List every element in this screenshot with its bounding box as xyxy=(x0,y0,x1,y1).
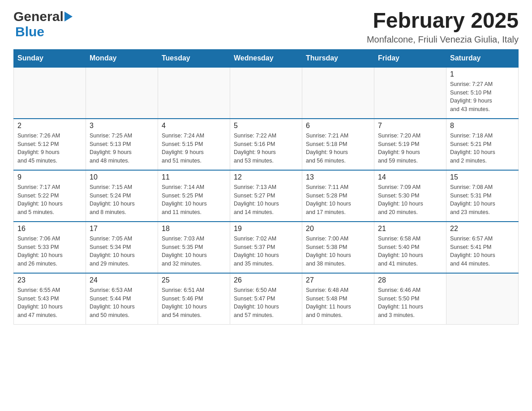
day-number: 13 xyxy=(306,173,370,181)
day-info: Sunrise: 7:18 AM Sunset: 5:21 PM Dayligh… xyxy=(450,132,515,165)
calendar-cell: 19Sunrise: 7:02 AM Sunset: 5:37 PM Dayli… xyxy=(230,222,302,273)
logo-arrow-icon xyxy=(64,12,73,21)
calendar-cell xyxy=(86,67,158,119)
day-info: Sunrise: 7:03 AM Sunset: 5:35 PM Dayligh… xyxy=(162,235,226,268)
day-number: 5 xyxy=(234,122,298,130)
day-number: 24 xyxy=(90,276,154,284)
day-info: Sunrise: 7:15 AM Sunset: 5:24 PM Dayligh… xyxy=(90,183,154,217)
calendar-cell: 15Sunrise: 7:08 AM Sunset: 5:31 PM Dayli… xyxy=(446,170,519,222)
day-number: 23 xyxy=(17,276,82,284)
calendar-cell: 17Sunrise: 7:05 AM Sunset: 5:34 PM Dayli… xyxy=(86,222,158,273)
calendar-cell: 25Sunrise: 6:51 AM Sunset: 5:46 PM Dayli… xyxy=(158,273,230,325)
calendar-cell: 22Sunrise: 6:57 AM Sunset: 5:41 PM Dayli… xyxy=(446,222,519,273)
day-info: Sunrise: 7:13 AM Sunset: 5:27 PM Dayligh… xyxy=(234,183,298,217)
calendar-cell: 28Sunrise: 6:46 AM Sunset: 5:50 PM Dayli… xyxy=(374,273,446,325)
day-info: Sunrise: 6:50 AM Sunset: 5:47 PM Dayligh… xyxy=(234,286,298,320)
day-info: Sunrise: 6:58 AM Sunset: 5:40 PM Dayligh… xyxy=(378,235,442,268)
day-info: Sunrise: 7:26 AM Sunset: 5:12 PM Dayligh… xyxy=(17,132,82,165)
calendar-cell: 4Sunrise: 7:24 AM Sunset: 5:15 PM Daylig… xyxy=(158,119,230,170)
calendar-cell: 27Sunrise: 6:48 AM Sunset: 5:48 PM Dayli… xyxy=(302,273,374,325)
day-number: 9 xyxy=(17,173,82,181)
weekday-header-thursday: Thursday xyxy=(302,49,374,67)
weekday-header-sunday: Sunday xyxy=(14,49,86,67)
day-number: 11 xyxy=(162,173,226,181)
day-number: 16 xyxy=(17,225,82,233)
day-number: 2 xyxy=(17,122,82,130)
day-number: 12 xyxy=(234,173,298,181)
calendar-week-4: 16Sunrise: 7:06 AM Sunset: 5:33 PM Dayli… xyxy=(14,222,519,273)
calendar-cell xyxy=(14,67,86,119)
day-info: Sunrise: 6:48 AM Sunset: 5:48 PM Dayligh… xyxy=(306,286,370,320)
day-number: 26 xyxy=(234,276,298,284)
logo-general-text: General xyxy=(13,9,64,24)
calendar-body: 1Sunrise: 7:27 AM Sunset: 5:10 PM Daylig… xyxy=(14,67,519,325)
weekday-header-saturday: Saturday xyxy=(446,49,519,67)
calendar-cell: 8Sunrise: 7:18 AM Sunset: 5:21 PM Daylig… xyxy=(446,119,519,170)
day-info: Sunrise: 7:14 AM Sunset: 5:25 PM Dayligh… xyxy=(162,183,226,217)
calendar-cell xyxy=(230,67,302,119)
calendar-cell: 3Sunrise: 7:25 AM Sunset: 5:13 PM Daylig… xyxy=(86,119,158,170)
day-info: Sunrise: 7:21 AM Sunset: 5:18 PM Dayligh… xyxy=(306,132,370,165)
calendar-cell: 5Sunrise: 7:22 AM Sunset: 5:16 PM Daylig… xyxy=(230,119,302,170)
calendar-week-2: 2Sunrise: 7:26 AM Sunset: 5:12 PM Daylig… xyxy=(14,119,519,170)
day-info: Sunrise: 6:57 AM Sunset: 5:41 PM Dayligh… xyxy=(450,235,515,268)
calendar-week-5: 23Sunrise: 6:55 AM Sunset: 5:43 PM Dayli… xyxy=(14,273,519,325)
calendar-header: SundayMondayTuesdayWednesdayThursdayFrid… xyxy=(14,49,519,67)
calendar-week-1: 1Sunrise: 7:27 AM Sunset: 5:10 PM Daylig… xyxy=(14,67,519,119)
calendar-cell: 6Sunrise: 7:21 AM Sunset: 5:18 PM Daylig… xyxy=(302,119,374,170)
weekday-header-monday: Monday xyxy=(86,49,158,67)
calendar-cell: 26Sunrise: 6:50 AM Sunset: 5:47 PM Dayli… xyxy=(230,273,302,325)
day-number: 3 xyxy=(90,122,154,130)
day-number: 17 xyxy=(90,225,154,233)
day-number: 6 xyxy=(306,122,370,130)
day-number: 14 xyxy=(378,173,442,181)
day-info: Sunrise: 7:24 AM Sunset: 5:15 PM Dayligh… xyxy=(162,132,226,165)
day-number: 27 xyxy=(306,276,370,284)
day-info: Sunrise: 7:11 AM Sunset: 5:28 PM Dayligh… xyxy=(306,183,370,217)
day-number: 22 xyxy=(450,225,515,233)
day-number: 18 xyxy=(162,225,226,233)
day-number: 7 xyxy=(378,122,442,130)
day-info: Sunrise: 7:06 AM Sunset: 5:33 PM Dayligh… xyxy=(17,235,82,268)
weekday-row: SundayMondayTuesdayWednesdayThursdayFrid… xyxy=(14,49,519,67)
calendar-table: SundayMondayTuesdayWednesdayThursdayFrid… xyxy=(13,49,519,325)
calendar-cell xyxy=(158,67,230,119)
day-info: Sunrise: 6:46 AM Sunset: 5:50 PM Dayligh… xyxy=(378,286,442,320)
calendar-cell: 7Sunrise: 7:20 AM Sunset: 5:19 PM Daylig… xyxy=(374,119,446,170)
calendar-cell: 11Sunrise: 7:14 AM Sunset: 5:25 PM Dayli… xyxy=(158,170,230,222)
day-info: Sunrise: 7:05 AM Sunset: 5:34 PM Dayligh… xyxy=(90,235,154,268)
day-info: Sunrise: 7:22 AM Sunset: 5:16 PM Dayligh… xyxy=(234,132,298,165)
day-info: Sunrise: 7:02 AM Sunset: 5:37 PM Dayligh… xyxy=(234,235,298,268)
calendar-cell: 2Sunrise: 7:26 AM Sunset: 5:12 PM Daylig… xyxy=(14,119,86,170)
day-number: 15 xyxy=(450,173,515,181)
day-number: 19 xyxy=(234,225,298,233)
day-info: Sunrise: 6:55 AM Sunset: 5:43 PM Dayligh… xyxy=(17,286,82,320)
day-info: Sunrise: 7:27 AM Sunset: 5:10 PM Dayligh… xyxy=(450,80,515,114)
day-number: 28 xyxy=(378,276,442,284)
calendar-cell: 14Sunrise: 7:09 AM Sunset: 5:30 PM Dayli… xyxy=(374,170,446,222)
calendar-cell: 20Sunrise: 7:00 AM Sunset: 5:38 PM Dayli… xyxy=(302,222,374,273)
day-info: Sunrise: 7:25 AM Sunset: 5:13 PM Dayligh… xyxy=(90,132,154,165)
calendar-cell: 21Sunrise: 6:58 AM Sunset: 5:40 PM Dayli… xyxy=(374,222,446,273)
month-title: February 2025 xyxy=(367,9,519,33)
calendar-week-3: 9Sunrise: 7:17 AM Sunset: 5:22 PM Daylig… xyxy=(14,170,519,222)
calendar-cell: 10Sunrise: 7:15 AM Sunset: 5:24 PM Dayli… xyxy=(86,170,158,222)
day-number: 25 xyxy=(162,276,226,284)
day-info: Sunrise: 7:20 AM Sunset: 5:19 PM Dayligh… xyxy=(378,132,442,165)
day-info: Sunrise: 6:51 AM Sunset: 5:46 PM Dayligh… xyxy=(162,286,226,320)
svg-marker-0 xyxy=(64,12,73,21)
page-header: General Blue February 2025 Monfalcone, F… xyxy=(13,9,519,45)
weekday-header-tuesday: Tuesday xyxy=(158,49,230,67)
calendar-cell: 1Sunrise: 7:27 AM Sunset: 5:10 PM Daylig… xyxy=(446,67,519,119)
day-info: Sunrise: 7:17 AM Sunset: 5:22 PM Dayligh… xyxy=(17,183,82,217)
calendar-cell: 23Sunrise: 6:55 AM Sunset: 5:43 PM Dayli… xyxy=(14,273,86,325)
day-info: Sunrise: 6:53 AM Sunset: 5:44 PM Dayligh… xyxy=(90,286,154,320)
logo-blue-text: Blue xyxy=(15,24,44,39)
calendar-cell: 9Sunrise: 7:17 AM Sunset: 5:22 PM Daylig… xyxy=(14,170,86,222)
calendar-cell: 13Sunrise: 7:11 AM Sunset: 5:28 PM Dayli… xyxy=(302,170,374,222)
weekday-header-wednesday: Wednesday xyxy=(230,49,302,67)
calendar-cell xyxy=(446,273,519,325)
day-number: 4 xyxy=(162,122,226,130)
day-info: Sunrise: 7:08 AM Sunset: 5:31 PM Dayligh… xyxy=(450,183,515,217)
calendar-cell: 12Sunrise: 7:13 AM Sunset: 5:27 PM Dayli… xyxy=(230,170,302,222)
